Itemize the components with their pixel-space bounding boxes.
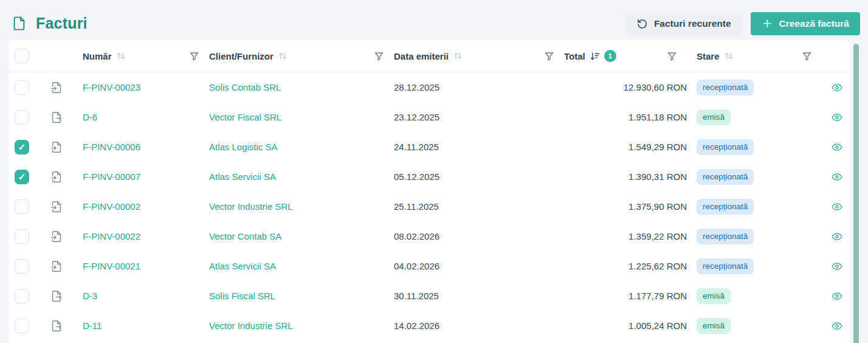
issue-date: 30.11.2025: [394, 291, 564, 301]
invoice-total: 1.225,62 RON: [564, 261, 687, 271]
sort-arrows-icon[interactable]: [278, 52, 288, 60]
invoice-total: 1.951,18 RON: [564, 112, 687, 122]
invoice-number-link[interactable]: F-PINV-00021: [83, 261, 140, 271]
view-icon[interactable]: [831, 260, 843, 272]
create-invoice-button[interactable]: Creează factură: [751, 12, 860, 35]
row-checkbox[interactable]: [15, 110, 29, 125]
client-link[interactable]: Vector Contab SA: [209, 231, 281, 241]
view-icon[interactable]: [831, 201, 843, 213]
incoming-invoice-icon: [50, 81, 63, 94]
client-link[interactable]: Vector Industrie SRL: [209, 320, 293, 331]
invoice-total: 1.375,90 RON: [564, 201, 687, 212]
status-badge: recepționată: [697, 258, 754, 274]
invoice-number-link[interactable]: F-PINV-00023: [83, 82, 140, 92]
client-link[interactable]: Atlas Logistic SA: [209, 142, 278, 152]
sort-arrows-icon[interactable]: [453, 52, 463, 60]
column-header-status[interactable]: Stare: [687, 51, 824, 61]
view-icon[interactable]: [831, 290, 843, 302]
status-badge: emisă: [697, 109, 731, 125]
issue-date: 05.12.2025: [394, 172, 564, 182]
outgoing-invoice-icon: [50, 319, 63, 333]
column-header-number[interactable]: Număr: [83, 51, 209, 61]
table-row: D-6Vector Fiscal SRL23.12.20251.951,18 R…: [9, 102, 850, 132]
row-checkbox[interactable]: [15, 289, 29, 303]
row-checkbox[interactable]: ✓: [15, 140, 29, 154]
select-all-checkbox[interactable]: [15, 49, 29, 63]
issue-date: 08.02.2026: [394, 231, 564, 241]
row-checkbox[interactable]: ✓: [15, 170, 29, 184]
issue-date: 04.02.2026: [394, 261, 564, 271]
invoice-total: 12.930,60 RON: [564, 82, 687, 92]
vertical-scrollbar[interactable]: [853, 44, 859, 343]
status-badge: recepționată: [697, 80, 754, 95]
recurring-invoices-button[interactable]: Facturi recurente: [625, 12, 742, 35]
invoice-number-link[interactable]: F-PINV-00006: [83, 142, 140, 152]
status-badge: emisă: [697, 288, 731, 304]
status-badge: recepționată: [697, 139, 754, 155]
plus-icon: [762, 18, 773, 29]
status-badge: recepționată: [697, 169, 754, 185]
invoice-number-link[interactable]: F-PINV-00002: [83, 201, 140, 212]
issue-date: 28.12.2025: [394, 82, 564, 92]
issue-date: 24.11.2025: [394, 142, 564, 152]
issue-date: 23.12.2025: [394, 112, 564, 122]
client-link[interactable]: Solis Contab SRL: [209, 82, 281, 92]
issue-date: 25.11.2025: [394, 201, 564, 212]
view-icon[interactable]: [831, 171, 843, 183]
invoice-number-link[interactable]: D-3: [83, 291, 97, 301]
incoming-invoice-icon: [50, 260, 63, 273]
incoming-invoice-icon: [50, 140, 63, 154]
status-badge: emisă: [697, 318, 731, 334]
sort-descending-icon[interactable]: [590, 52, 600, 61]
invoice-number-link[interactable]: D-11: [83, 320, 102, 331]
invoice-number-link[interactable]: D-6: [83, 112, 97, 122]
view-icon[interactable]: [831, 320, 843, 332]
filter-icon[interactable]: [802, 51, 812, 61]
row-checkbox[interactable]: [15, 259, 29, 274]
row-checkbox[interactable]: [15, 319, 29, 333]
incoming-invoice-icon: [50, 200, 63, 213]
column-header-total[interactable]: Total 1: [564, 50, 687, 62]
invoice-total: 1.177,79 RON: [564, 291, 687, 301]
invoices-table: Număr Client/Furnizor: [9, 40, 850, 343]
row-checkbox[interactable]: [15, 229, 29, 244]
top-bar: Facturi Facturi recurente Creează factur…: [0, 0, 868, 39]
filter-icon[interactable]: [189, 51, 199, 61]
status-badge: recepționată: [697, 199, 754, 215]
invoice-total: 1.390,31 RON: [564, 172, 687, 182]
sort-order-badge: 1: [604, 50, 616, 62]
incoming-invoice-icon: [50, 170, 63, 184]
page-title: Facturi: [36, 15, 88, 32]
filter-icon[interactable]: [667, 51, 677, 61]
issue-date: 14.02.2026: [394, 320, 564, 331]
table-row: D-3Solis Fiscal SRL30.11.20251.177,79 RO…: [9, 281, 850, 311]
view-icon[interactable]: [831, 111, 843, 123]
filter-icon[interactable]: [544, 51, 554, 61]
client-link[interactable]: Vector Industrie SRL: [209, 201, 293, 212]
page-title-group: Facturi: [11, 15, 88, 32]
view-icon[interactable]: [831, 81, 843, 94]
invoice-number-link[interactable]: F-PINV-00007: [83, 172, 140, 182]
view-icon[interactable]: [831, 141, 843, 153]
invoice-file-icon: [11, 15, 27, 32]
status-badge: recepționată: [697, 229, 754, 244]
incoming-invoice-icon: [50, 230, 63, 243]
sort-arrows-icon[interactable]: [116, 52, 126, 60]
filter-icon[interactable]: [374, 51, 384, 61]
row-checkbox[interactable]: [15, 80, 29, 95]
row-checkbox[interactable]: [15, 199, 29, 214]
client-link[interactable]: Solis Fiscal SRL: [209, 291, 275, 301]
invoice-total: 1.359,22 RON: [564, 231, 687, 241]
client-link[interactable]: Vector Fiscal SRL: [209, 112, 281, 122]
client-link[interactable]: Atlas Servicii SA: [209, 172, 276, 182]
sort-arrows-icon[interactable]: [724, 52, 734, 60]
table-header-row: Număr Client/Furnizor: [9, 40, 850, 72]
column-header-issue-date[interactable]: Data emiterii: [394, 51, 564, 61]
outgoing-invoice-icon: [50, 289, 63, 303]
invoice-number-link[interactable]: F-PINV-00022: [83, 231, 140, 241]
client-link[interactable]: Atlas Servicii SA: [209, 261, 276, 271]
view-icon[interactable]: [831, 230, 843, 243]
table-row: D-11Vector Industrie SRL14.02.20261.005,…: [9, 311, 850, 341]
column-header-client[interactable]: Client/Furnizor: [209, 51, 394, 61]
table-row: F-PINV-00023Solis Contab SRL28.12.202512…: [9, 72, 850, 102]
